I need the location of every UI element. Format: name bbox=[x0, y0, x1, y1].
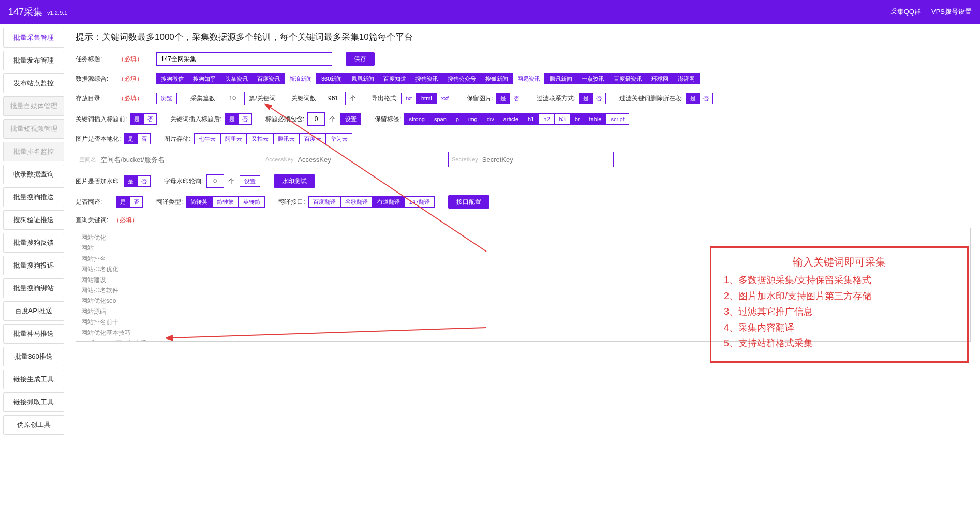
sidebar-item[interactable]: 链接抓取工具 bbox=[3, 392, 64, 412]
toggle-filter-contact[interactable]: 是否 bbox=[579, 93, 606, 104]
format-chip[interactable]: xxf bbox=[437, 93, 453, 104]
sidebar-item[interactable]: 发布站点监控 bbox=[3, 73, 64, 93]
translate-type-chip[interactable]: 简转英 bbox=[186, 196, 212, 208]
source-chip[interactable]: 头条资讯 bbox=[220, 73, 253, 84]
source-chip[interactable]: 百度知道 bbox=[379, 73, 411, 84]
tag-chip[interactable]: div bbox=[482, 113, 499, 125]
sidebar-item[interactable]: 伪原创工具 bbox=[3, 415, 64, 435]
watermark-set-button[interactable]: 设置 bbox=[240, 175, 260, 187]
cloud-chip[interactable]: 百度云 bbox=[300, 133, 326, 144]
format-chip[interactable]: html bbox=[417, 93, 437, 104]
toggle-image-local[interactable]: 是否 bbox=[124, 133, 151, 144]
opt-yes[interactable]: 是 bbox=[124, 133, 137, 144]
source-chip[interactable]: 搜狗微信 bbox=[156, 73, 188, 84]
opt-no[interactable]: 否 bbox=[137, 175, 151, 187]
sidebar-item[interactable]: 收录数据查询 bbox=[3, 165, 64, 184]
source-chip[interactable]: 凤凰新闻 bbox=[347, 73, 379, 84]
tag-chip[interactable]: script bbox=[606, 113, 629, 125]
must-contain-set-button[interactable]: 设置 bbox=[340, 113, 361, 125]
source-chip[interactable]: 澎湃网 bbox=[673, 73, 700, 84]
link-vps-dial[interactable]: VPS拨号设置 bbox=[931, 7, 972, 17]
source-chip[interactable]: 新浪新闻 bbox=[285, 73, 317, 84]
source-chip[interactable]: 百度最资讯 bbox=[609, 73, 647, 84]
source-chip[interactable]: 环球网 bbox=[647, 73, 673, 84]
sidebar-item[interactable]: 搜狗验证推送 bbox=[3, 210, 64, 230]
toggle-watermark[interactable]: 是否 bbox=[124, 175, 151, 187]
watermark-test-button[interactable]: 水印测试 bbox=[274, 174, 315, 188]
alpha-watermark-input[interactable] bbox=[206, 174, 224, 188]
tag-chip[interactable]: strong bbox=[404, 113, 429, 125]
source-chip[interactable]: 搜狗知乎 bbox=[188, 73, 220, 84]
cloud-chip[interactable]: 腾讯云 bbox=[273, 133, 300, 144]
sidebar-item[interactable]: 批量神马推送 bbox=[3, 324, 64, 344]
translate-api-chip[interactable]: 147翻译 bbox=[405, 196, 435, 208]
toggle-insert-before[interactable]: 是否 bbox=[130, 113, 157, 125]
translate-api-chip[interactable]: 有道翻译 bbox=[373, 196, 405, 208]
collect-count-input[interactable] bbox=[220, 92, 245, 105]
toggle-translate[interactable]: 是否 bbox=[116, 196, 143, 208]
opt-yes[interactable]: 是 bbox=[225, 113, 239, 125]
task-title-input[interactable] bbox=[156, 52, 332, 66]
tag-chip[interactable]: br bbox=[570, 113, 585, 125]
opt-no[interactable]: 否 bbox=[510, 93, 523, 104]
source-chip[interactable]: 搜狗公众号 bbox=[443, 73, 481, 84]
sidebar-item[interactable]: 批量采集管理 bbox=[3, 28, 64, 48]
toggle-filter-keyword-para[interactable]: 是否 bbox=[686, 93, 713, 104]
sidebar-item[interactable]: 批量360推送 bbox=[3, 347, 64, 366]
tag-chip[interactable]: table bbox=[585, 113, 606, 125]
sidebar-item[interactable]: 批量搜狗绑站 bbox=[3, 278, 64, 298]
source-chip[interactable]: 百度资讯 bbox=[253, 73, 285, 84]
tag-chip[interactable]: img bbox=[464, 113, 482, 125]
secretkey-input[interactable] bbox=[482, 156, 610, 164]
must-contain-input[interactable] bbox=[307, 112, 325, 126]
browse-button[interactable]: 浏览 bbox=[156, 93, 177, 104]
bucket-input[interactable] bbox=[100, 156, 237, 164]
opt-yes[interactable]: 是 bbox=[124, 175, 137, 187]
source-chip[interactable]: 搜狗资讯 bbox=[411, 73, 443, 84]
tag-chip[interactable]: article bbox=[499, 113, 523, 125]
tag-chip[interactable]: h3 bbox=[555, 113, 570, 125]
cloud-chip[interactable]: 阿里云 bbox=[220, 133, 247, 144]
sidebar-item[interactable]: 批量发布管理 bbox=[3, 51, 64, 70]
translate-type-chip[interactable]: 英转简 bbox=[239, 196, 265, 208]
source-chip[interactable]: 一点资讯 bbox=[577, 73, 609, 84]
format-chip[interactable]: txt bbox=[401, 93, 417, 104]
translate-type-chip[interactable]: 简转繁 bbox=[212, 196, 239, 208]
opt-no[interactable]: 否 bbox=[137, 133, 151, 144]
cloud-chip[interactable]: 又拍云 bbox=[247, 133, 273, 144]
sidebar-item[interactable]: 批量搜狗推送 bbox=[3, 187, 64, 207]
cloud-chip[interactable]: 七牛云 bbox=[194, 133, 220, 144]
accesskey-input[interactable] bbox=[298, 156, 424, 164]
opt-yes[interactable]: 是 bbox=[686, 93, 700, 104]
opt-yes[interactable]: 是 bbox=[116, 196, 129, 208]
source-chip[interactable]: 360新闻 bbox=[317, 73, 347, 84]
sidebar-item[interactable]: 链接生成工具 bbox=[3, 370, 64, 389]
opt-no[interactable]: 否 bbox=[129, 196, 143, 208]
tag-chip[interactable]: p bbox=[451, 113, 464, 125]
translate-api-chip[interactable]: 百度翻译 bbox=[308, 196, 340, 208]
api-config-button[interactable]: 接口配置 bbox=[448, 195, 489, 209]
opt-yes[interactable]: 是 bbox=[496, 93, 510, 104]
opt-no[interactable]: 否 bbox=[239, 113, 252, 125]
opt-no[interactable]: 否 bbox=[143, 113, 157, 125]
opt-no[interactable]: 否 bbox=[700, 93, 713, 104]
source-chip[interactable]: 腾讯新闻 bbox=[545, 73, 577, 84]
cloud-chip[interactable]: 华为云 bbox=[326, 133, 352, 144]
tag-chip[interactable]: h2 bbox=[539, 113, 554, 125]
tag-chip[interactable]: span bbox=[429, 113, 451, 125]
save-button[interactable]: 保存 bbox=[346, 52, 375, 66]
source-chip[interactable]: 搜狐新闻 bbox=[481, 73, 513, 84]
opt-no[interactable]: 否 bbox=[592, 93, 606, 104]
link-qq-group[interactable]: 采集QQ群 bbox=[890, 7, 921, 17]
translate-api-chip[interactable]: 谷歌翻译 bbox=[340, 196, 373, 208]
opt-yes[interactable]: 是 bbox=[579, 93, 592, 104]
source-chip[interactable]: 网易资讯 bbox=[513, 73, 545, 84]
sidebar-item[interactable]: 批量搜狗反馈 bbox=[3, 233, 64, 253]
toggle-insert-after[interactable]: 是否 bbox=[225, 113, 252, 125]
sidebar-item[interactable]: 批量搜狗投诉 bbox=[3, 256, 64, 275]
opt-yes[interactable]: 是 bbox=[130, 113, 143, 125]
toggle-keep-image[interactable]: 是否 bbox=[496, 93, 523, 104]
keyword-count-input[interactable] bbox=[321, 92, 346, 105]
tag-chip[interactable]: h1 bbox=[523, 113, 539, 125]
sidebar-item[interactable]: 百度API推送 bbox=[3, 301, 64, 321]
